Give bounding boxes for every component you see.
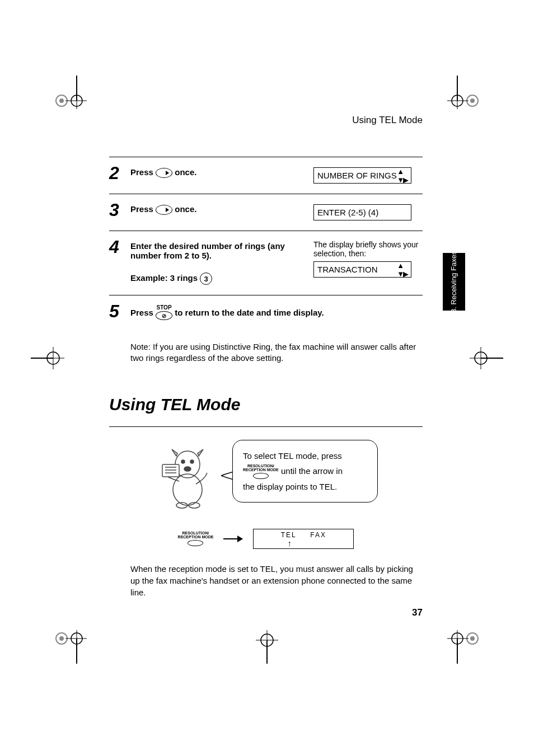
lcd-display: NUMBER OF RINGS ▲▼▶ (313, 167, 411, 184)
display-note: The display briefly shows your selection… (313, 240, 423, 258)
updown-arrows-icon: ▲▼▶ (397, 167, 407, 184)
crop-mark-icon (31, 341, 64, 375)
lcd-text: ENTER (2-5) (4) (317, 208, 378, 217)
up-arrow-icon: ↑ (258, 539, 349, 547)
mode-display-row: RESOLUTION/ RECEPTION MODE TELFAX ↑ (109, 529, 423, 549)
crop-mark-icon (53, 630, 87, 664)
mode-lcd-display: TELFAX ↑ (253, 529, 354, 549)
svg-point-21 (59, 636, 64, 641)
lcd-text: TRANSACTION (317, 265, 378, 274)
step-3: 3 Press once. ENTER (2-5) (4) (109, 194, 423, 231)
svg-point-7 (470, 98, 475, 103)
right-arrow-icon (223, 535, 243, 543)
resolution-button-icon: RESOLUTION/ RECEPTION MODE (178, 531, 214, 546)
svg-point-38 (190, 460, 194, 463)
chapter-tab-label: 3. Receiving Faxes (449, 251, 458, 313)
step-4: 4 Enter the desired number of rings (any… (109, 231, 423, 295)
step-number: 4 (109, 237, 130, 256)
svg-rect-41 (162, 464, 179, 477)
crop-mark-icon (250, 630, 284, 664)
keypad-3-icon: 3 (200, 273, 212, 285)
speech-bubble-tail-icon (221, 471, 233, 481)
updown-arrows-icon: ▲▼▶ (397, 261, 407, 278)
page-number: 37 (412, 607, 423, 618)
step-number: 2 (109, 163, 130, 182)
body-paragraph: When the reception mode is set to TEL, y… (109, 563, 423, 598)
step-instruction: Press once. (130, 200, 313, 215)
right-arrow-button-icon (156, 205, 172, 215)
svg-point-37 (181, 460, 185, 463)
resolution-button-icon: RESOLUTION/ RECEPTION MODE (243, 464, 279, 479)
lcd-display: TRANSACTION ▲▼▶ (313, 261, 411, 278)
speech-bubble: To select TEL mode, press RESOLUTION/ RE… (232, 440, 378, 503)
stop-button-icon: STOP ⊘ (156, 304, 172, 320)
svg-marker-48 (237, 536, 243, 542)
right-arrow-button-icon (156, 168, 172, 178)
step-instruction: Press once. (130, 163, 313, 178)
lcd-text: NUMBER OF RINGS (317, 171, 397, 180)
footnote: Note: If you are using Distinctive Ring,… (109, 331, 423, 364)
step-5: 5 Press STOP ⊘ to return to the date and… (109, 295, 423, 331)
section-heading: Using TEL Mode (109, 395, 423, 414)
page-content: Using TEL Mode 2 Press once. NUMBER OF R… (109, 115, 423, 598)
illustration-row: To select TEL mode, press RESOLUTION/ RE… (109, 427, 423, 523)
svg-point-27 (470, 636, 475, 641)
step-number: 5 (109, 301, 130, 320)
lcd-display: ENTER (2-5) (4) (313, 204, 411, 220)
step-instruction: Press STOP ⊘ to return to the date and t… (130, 301, 423, 321)
mascot-illustration (154, 434, 216, 509)
svg-point-40 (173, 474, 202, 505)
svg-point-39 (184, 467, 191, 471)
svg-point-1 (59, 98, 64, 103)
running-header: Using TEL Mode (109, 115, 423, 126)
crop-mark-icon (447, 76, 481, 109)
crop-mark-icon (53, 76, 87, 109)
step-instruction: Enter the desired number of rings (any n… (130, 237, 313, 285)
crop-mark-icon (447, 630, 481, 664)
crop-mark-icon (470, 341, 503, 375)
step-number: 3 (109, 200, 130, 219)
chapter-tab: 3. Receiving Faxes (443, 253, 465, 311)
step-2: 2 Press once. NUMBER OF RINGS ▲▼▶ (109, 157, 423, 194)
